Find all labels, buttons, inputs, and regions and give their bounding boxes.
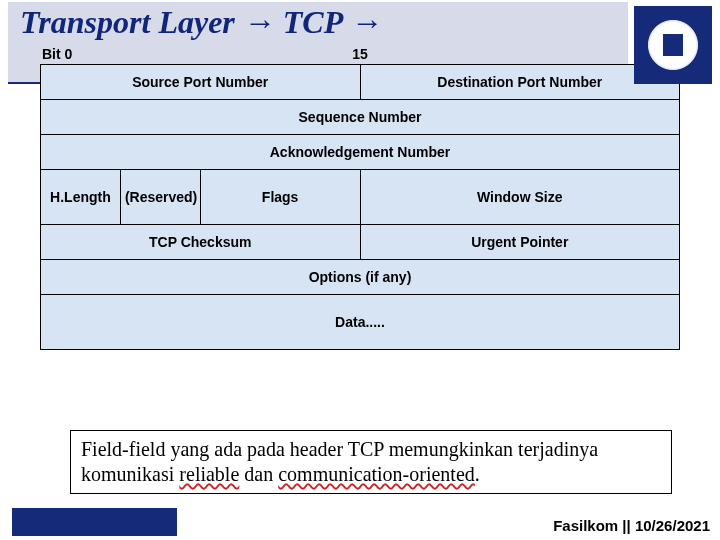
tcp-header-diagram: Bit 0 15 31 Source Port Number Destinati… — [40, 46, 680, 350]
caption-box: Field-field yang ada pada header TCP mem… — [70, 430, 672, 494]
cell-options: Options (if any) — [41, 260, 680, 295]
cell-reserved: (Reserved) — [120, 170, 200, 225]
cell-sequence: Sequence Number — [41, 100, 680, 135]
cell-source-port: Source Port Number — [41, 65, 361, 100]
footer: Fasilkom || 10/26/2021 — [0, 510, 720, 540]
table-row: TCP Checksum Urgent Pointer — [41, 225, 680, 260]
bit-ruler: Bit 0 15 31 — [40, 46, 680, 62]
table-row: Source Port Number Destination Port Numb… — [41, 65, 680, 100]
cell-data: Data..... — [41, 295, 680, 350]
bit-label-0: Bit 0 — [40, 46, 360, 62]
caption-word-reliable: reliable — [179, 463, 239, 485]
footer-accent-block — [12, 508, 177, 536]
caption-text-mid: dan — [239, 463, 278, 485]
footer-sep: || — [622, 517, 630, 534]
logo-badge — [634, 6, 712, 84]
cell-flags: Flags — [200, 170, 360, 225]
cell-window: Window Size — [360, 170, 680, 225]
table-row: Options (if any) — [41, 260, 680, 295]
footer-org: Fasilkom — [553, 517, 618, 534]
table-row: Acknowledgement Number — [41, 135, 680, 170]
cell-hlength: H.Length — [41, 170, 121, 225]
bit-label-15: 15 — [352, 46, 368, 62]
logo-mark-icon — [663, 34, 683, 56]
cell-ack: Acknowledgement Number — [41, 135, 680, 170]
caption-text-post: . — [475, 463, 480, 485]
footer-text: Fasilkom || 10/26/2021 — [553, 517, 710, 534]
cell-dest-port: Destination Port Number — [360, 65, 680, 100]
logo-circle-icon — [644, 16, 702, 74]
cell-checksum: TCP Checksum — [41, 225, 361, 260]
footer-date: 10/26/2021 — [635, 517, 710, 534]
table-row: H.Length (Reserved) Flags Window Size — [41, 170, 680, 225]
cell-urgent: Urgent Pointer — [360, 225, 680, 260]
table-row: Sequence Number — [41, 100, 680, 135]
table-row: Data..... — [41, 295, 680, 350]
bit-label-31: 31 — [360, 46, 680, 62]
caption-word-communication-oriented: communication-oriented — [278, 463, 475, 485]
slide-title: Transport Layer → TCP → — [20, 2, 628, 40]
tcp-header-table: Source Port Number Destination Port Numb… — [40, 64, 680, 350]
